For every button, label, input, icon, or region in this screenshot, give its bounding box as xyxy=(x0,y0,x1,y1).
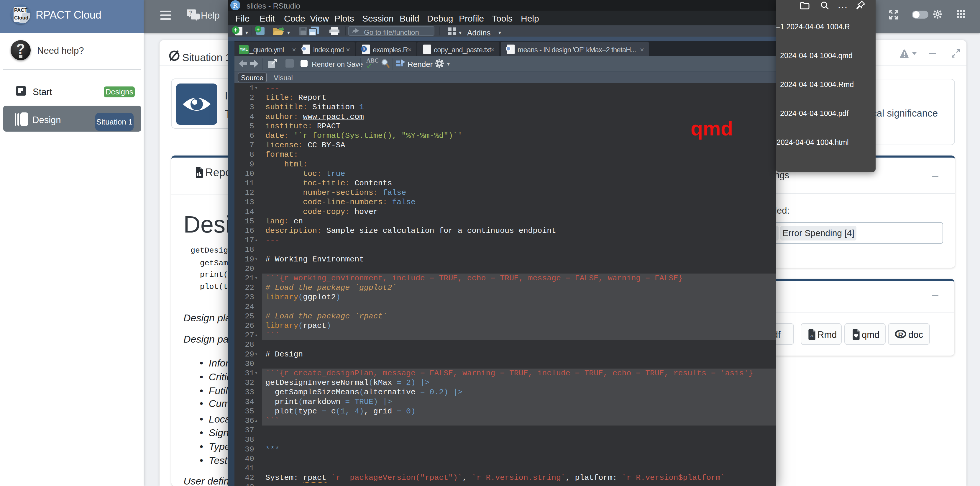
svg-text:‹›: ‹› xyxy=(810,334,813,338)
svg-text:R: R xyxy=(898,331,903,339)
